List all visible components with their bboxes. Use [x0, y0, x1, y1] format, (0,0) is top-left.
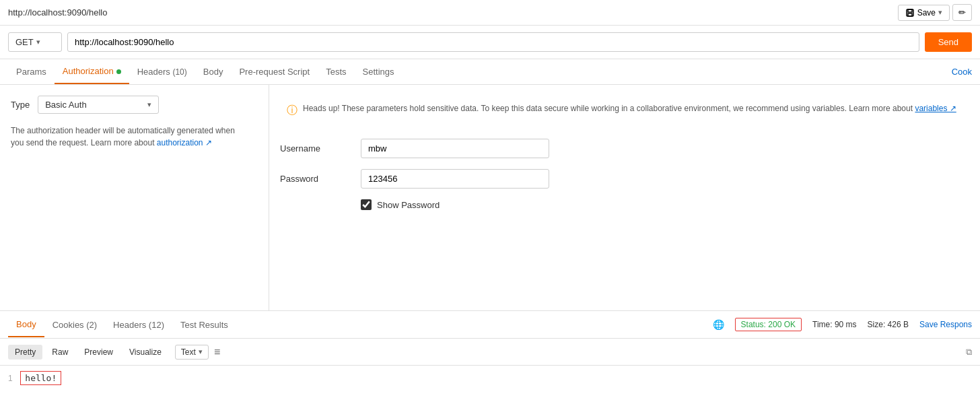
password-row: Password — [280, 169, 969, 189]
auth-content: Type Basic Auth ▾ The authorization head… — [0, 85, 980, 310]
info-box: ⓘ Heads up! These parameters hold sensit… — [280, 96, 969, 125]
bottom-tabs: Body Cookies (2) Headers (12) Test Resul… — [0, 310, 980, 339]
top-bar-actions: Save ▾ ✏ — [898, 4, 972, 21]
edit-button[interactable]: ✏ — [952, 4, 972, 21]
tab-prerequest[interactable]: Pre-request Script — [231, 60, 318, 83]
bottom-tab-headers[interactable]: Headers (12) — [105, 313, 172, 337]
url-input[interactable] — [67, 32, 919, 52]
tab-settings[interactable]: Settings — [355, 60, 403, 83]
format-tab-raw[interactable]: Raw — [45, 345, 75, 360]
tab-body[interactable]: Body — [195, 60, 232, 83]
username-row: Username — [280, 139, 969, 158]
tab-tests[interactable]: Tests — [318, 60, 354, 83]
save-button[interactable]: Save ▾ — [898, 5, 950, 21]
globe-icon: 🌐 — [713, 319, 724, 330]
status-value: 200 OK — [768, 320, 796, 329]
tab-headers[interactable]: Headers (10) — [129, 60, 195, 83]
text-format-chevron: ▾ — [199, 347, 203, 356]
type-chevron: ▾ — [147, 100, 151, 109]
method-select[interactable]: GET ▾ — [8, 32, 62, 52]
bottom-tab-cookies[interactable]: Cookies (2) — [44, 313, 105, 337]
edit-icon: ✏ — [958, 7, 966, 18]
response-body: 1 hello! — [0, 366, 980, 391]
save-response-button[interactable]: Save Respons — [919, 320, 972, 329]
type-select[interactable]: Basic Auth ▾ — [38, 96, 159, 114]
type-label: Type — [11, 100, 30, 110]
copy-icon[interactable]: ⧉ — [966, 347, 972, 358]
type-row: Type Basic Auth ▾ — [11, 96, 258, 114]
size-value: Size: 426 B — [868, 320, 909, 329]
auth-link[interactable]: authorization ↗ — [157, 138, 212, 147]
format-options-icon[interactable]: ≡ — [214, 346, 220, 358]
method-chevron: ▾ — [36, 38, 40, 46]
tab-params[interactable]: Params — [8, 60, 55, 83]
response-content: hello! — [20, 371, 61, 385]
left-panel: Type Basic Auth ▾ The authorization head… — [0, 85, 269, 310]
format-tab-pretty[interactable]: Pretty — [8, 345, 42, 360]
info-icon: ⓘ — [287, 102, 298, 119]
save-label: Save — [917, 8, 936, 18]
send-button[interactable]: Send — [925, 32, 972, 52]
password-label: Password — [280, 174, 361, 184]
time-value: Time: 90 ms — [812, 320, 857, 329]
save-chevron: ▾ — [938, 8, 942, 17]
auth-desc: The authorization header will be automat… — [11, 125, 258, 149]
tabs-row: Params Authorization Headers (10) Body P… — [0, 59, 980, 85]
svg-rect-2 — [908, 13, 912, 16]
format-tab-visualize[interactable]: Visualize — [123, 345, 168, 360]
show-password-checkbox[interactable] — [361, 199, 372, 210]
bottom-tab-testresults[interactable]: Test Results — [172, 313, 236, 337]
status-badge: Status: 200 OK — [735, 318, 802, 331]
password-input[interactable] — [361, 169, 549, 189]
url-bar: GET ▾ Send — [0, 26, 980, 59]
text-format-value: Text — [181, 347, 196, 357]
top-bar-url: http://localhost:9090/hello — [8, 7, 107, 18]
status-area: 🌐 Status: 200 OK Time: 90 ms Size: 426 B… — [713, 318, 972, 331]
show-password-row: Show Password — [361, 199, 969, 210]
authorization-dot — [116, 69, 121, 74]
top-bar: http://localhost:9090/hello Save ▾ ✏ — [0, 0, 980, 26]
variables-link[interactable]: variables ↗ — [915, 104, 956, 113]
svg-rect-1 — [908, 9, 912, 12]
text-format-select[interactable]: Text ▾ — [175, 345, 209, 360]
type-value: Basic Auth — [45, 100, 86, 110]
line-number: 1 — [8, 374, 13, 383]
method-value: GET — [15, 37, 34, 47]
tab-authorization[interactable]: Authorization — [55, 59, 129, 84]
format-bar: Pretty Raw Preview Visualize Text ▾ ≡ ⧉ — [0, 339, 980, 366]
right-panel: ⓘ Heads up! These parameters hold sensit… — [269, 85, 980, 310]
username-label: Username — [280, 143, 361, 154]
show-password-label[interactable]: Show Password — [377, 200, 440, 210]
save-icon — [905, 8, 915, 18]
bottom-tab-body[interactable]: Body — [8, 312, 44, 337]
format-tab-preview[interactable]: Preview — [77, 345, 120, 360]
cookies-link[interactable]: Cook — [952, 67, 972, 77]
username-input[interactable] — [361, 139, 549, 158]
